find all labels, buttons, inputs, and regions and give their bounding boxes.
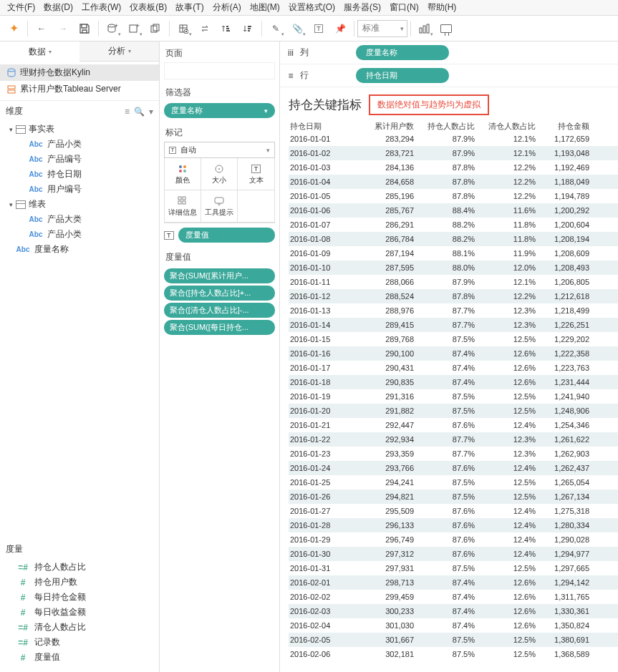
collapse-icon[interactable]: ▾ (6, 201, 16, 208)
measure-record-count[interactable]: =#记录数 (3, 635, 159, 650)
mark-size[interactable]: 大小 (201, 158, 238, 190)
tree-fact-table[interactable]: ▾事实表 (3, 122, 159, 137)
menu-server[interactable]: 服务器(S) (339, 0, 385, 16)
table-row[interactable]: 2016-01-27295,50987.6%12.4%1,275,318 (289, 504, 618, 518)
table-row[interactable]: 2016-02-05301,66787.5%12.5%1,380,691 (289, 633, 618, 647)
forward-button[interactable]: → (54, 19, 72, 38)
menu-window[interactable]: 窗口(N) (385, 0, 423, 16)
mv-pill-2[interactable]: 聚合([持仓人数占比]+... (164, 286, 275, 301)
fit-selector[interactable]: 标准 (357, 20, 407, 37)
swap-button[interactable] (195, 19, 214, 38)
table-row[interactable]: 2016-01-16290,10087.4%12.6%1,222,358 (289, 346, 618, 361)
field-product-id[interactable]: Abc产品编号 (3, 152, 159, 167)
mv-pill-3[interactable]: 聚合([清仓人数占比]-... (164, 303, 275, 318)
table-body[interactable]: 2016-01-01283,29487.9%12.1%1,172,6592016… (289, 132, 618, 672)
table-row[interactable]: 2016-01-17290,43187.4%12.6%1,223,763 (289, 361, 618, 375)
sort-desc-button[interactable] (238, 19, 257, 38)
clear-sheet-button[interactable]: ▾ (174, 19, 193, 38)
measure-daily-profit-amount[interactable]: #每日收益金额 (3, 605, 159, 620)
chevron-down-icon[interactable]: ▾ (264, 107, 268, 115)
table-row[interactable]: 2016-01-23293,35987.7%12.3%1,262,903 (289, 447, 618, 461)
mark-pill-measure-values[interactable]: 度量值 (178, 228, 276, 243)
table-row[interactable]: 2016-01-10287,59588.0%12.0%1,208,493 (289, 260, 618, 275)
collapse-icon[interactable]: ▾ (6, 126, 16, 133)
mark-color[interactable]: 颜色 (165, 158, 201, 190)
mark-detail[interactable]: 详细信息 (165, 190, 201, 223)
tab-analytics[interactable]: 分析▾ (79, 42, 159, 62)
filters-card[interactable]: 筛选器 度量名称▾ (164, 84, 275, 120)
table-row[interactable]: 2016-02-01298,71387.4%12.6%1,294,142 (289, 575, 618, 590)
measure-hold-ratio[interactable]: =#持仓人数占比 (3, 560, 159, 575)
field-hold-date[interactable]: Abc持仓日期 (3, 167, 159, 182)
table-row[interactable]: 2016-01-21292,44787.6%12.4%1,254,346 (289, 418, 618, 432)
group-button[interactable]: 📎▾ (288, 19, 306, 38)
view-list-icon[interactable]: ≡ (125, 107, 130, 117)
menu-format[interactable]: 设置格式(O) (284, 0, 339, 16)
table-row[interactable]: 2016-01-01283,29487.9%12.1%1,172,659 (289, 132, 618, 146)
table-row[interactable]: 2016-01-25294,24187.5%12.5%1,265,054 (289, 475, 618, 490)
rows-shelf[interactable]: ≡行 持仓日期 (280, 64, 618, 87)
table-row[interactable]: 2016-02-02299,45987.4%12.6%1,311,765 (289, 590, 618, 604)
mv-pill-4[interactable]: 聚合(SUM([每日持仓... (164, 320, 275, 335)
table-row[interactable]: 2016-01-20291,88287.5%12.5%1,248,906 (289, 404, 618, 418)
field-product-subcategory[interactable]: Abc产品小类 (3, 137, 159, 152)
table-row[interactable]: 2016-01-08286,78488.2%11.8%1,208,194 (289, 232, 618, 246)
table-row[interactable]: 2016-01-02283,72187.9%12.1%1,193,048 (289, 146, 618, 160)
table-row[interactable]: 2016-01-05285,19687.8%12.2%1,194,789 (289, 189, 618, 203)
table-row[interactable]: 2016-01-13288,97687.7%12.3%1,218,499 (289, 303, 618, 318)
pin-button[interactable]: 📌 (331, 19, 349, 38)
datasource-tableau-server[interactable]: 累计用户数Tableau Server (0, 81, 159, 97)
mark-tooltip[interactable]: 工具提示 (201, 190, 238, 223)
table-row[interactable]: 2016-01-30297,31287.6%12.4%1,294,977 (289, 547, 618, 561)
table-row[interactable]: 2016-01-11288,06687.9%12.1%1,206,805 (289, 275, 618, 289)
pages-card[interactable]: 页面 (164, 44, 275, 79)
tab-data[interactable]: 数据▾ (0, 42, 79, 62)
table-row[interactable]: 2016-01-29296,74987.6%12.4%1,290,028 (289, 532, 618, 547)
tableau-logo-icon[interactable]: ✦ (4, 19, 23, 38)
menu-worksheet[interactable]: 工作表(W) (77, 0, 125, 16)
field-user-id[interactable]: Abc用户编号 (3, 182, 159, 197)
search-icon[interactable]: 🔍 (134, 107, 145, 117)
measure-hold-users[interactable]: #持仓用户数 (3, 575, 159, 590)
new-worksheet-button[interactable]: +▾ (125, 19, 143, 38)
save-button[interactable] (75, 19, 94, 38)
marks-type-selector[interactable]: T自动▾ (164, 142, 275, 158)
back-button[interactable]: ← (32, 19, 51, 38)
field-measure-names[interactable]: Abc度量名称 (3, 242, 159, 257)
viz-title[interactable]: 持仓关键指标 (289, 97, 362, 113)
table-row[interactable]: 2016-01-26294,82187.5%12.5%1,267,134 (289, 490, 618, 504)
highlight-button[interactable]: ✎▾ (266, 19, 285, 38)
menu-map[interactable]: 地图(M) (246, 0, 284, 16)
measure-values[interactable]: #度量值 (3, 650, 159, 665)
menu-dashboard[interactable]: 仪表板(B) (125, 0, 171, 16)
datasource-kylin[interactable]: 理财持仓数据Kylin (0, 64, 159, 81)
duplicate-button[interactable] (146, 19, 165, 38)
measure-clear-ratio[interactable]: =#清仓人数占比 (3, 620, 159, 635)
table-row[interactable]: 2016-02-04301,03087.4%12.6%1,350,824 (289, 618, 618, 633)
table-row[interactable]: 2016-01-28296,13387.6%12.4%1,280,334 (289, 518, 618, 532)
table-row[interactable]: 2016-01-03284,13687.8%12.2%1,192,469 (289, 160, 618, 175)
table-row[interactable]: 2016-01-31297,93187.5%12.5%1,297,665 (289, 561, 618, 575)
menu-file[interactable]: 文件(F) (3, 0, 39, 16)
table-row[interactable]: 2016-01-22292,93487.7%12.3%1,261,622 (289, 432, 618, 447)
labels-button[interactable]: T (309, 19, 328, 38)
new-datasource-button[interactable]: +▾ (103, 19, 122, 38)
table-row[interactable]: 2016-02-06302,18187.5%12.5%1,368,589 (289, 647, 618, 661)
table-row[interactable]: 2016-01-06285,76788.4%11.6%1,200,292 (289, 203, 618, 218)
mv-pill-1[interactable]: 聚合(SUM([累计用户... (164, 268, 275, 283)
filter-pill-measure-names[interactable]: 度量名称▾ (164, 103, 275, 118)
table-row[interactable]: 2016-01-12288,52487.8%12.2%1,212,618 (289, 289, 618, 303)
table-row[interactable]: 2016-01-19291,31687.5%12.5%1,241,940 (289, 389, 618, 404)
rows-pill[interactable]: 持仓日期 (356, 68, 449, 83)
menu-help[interactable]: 帮助(H) (423, 0, 461, 16)
field-product-category[interactable]: Abc产品大类 (3, 212, 159, 227)
menu-data[interactable]: 数据(D) (39, 0, 77, 16)
columns-pill[interactable]: 度量名称 (356, 45, 449, 60)
table-row[interactable]: 2016-01-15289,76887.5%12.5%1,229,202 (289, 332, 618, 346)
table-row[interactable]: 2016-01-24293,76687.6%12.4%1,262,437 (289, 461, 618, 475)
sort-asc-button[interactable] (217, 19, 236, 38)
measure-daily-hold-amount[interactable]: #每日持仓金额 (3, 590, 159, 605)
menu-analysis[interactable]: 分析(A) (208, 0, 246, 16)
table-row[interactable]: 2016-01-18290,83587.4%12.6%1,231,444 (289, 375, 618, 389)
table-row[interactable]: 2016-01-04284,65887.8%12.2%1,188,049 (289, 175, 618, 189)
